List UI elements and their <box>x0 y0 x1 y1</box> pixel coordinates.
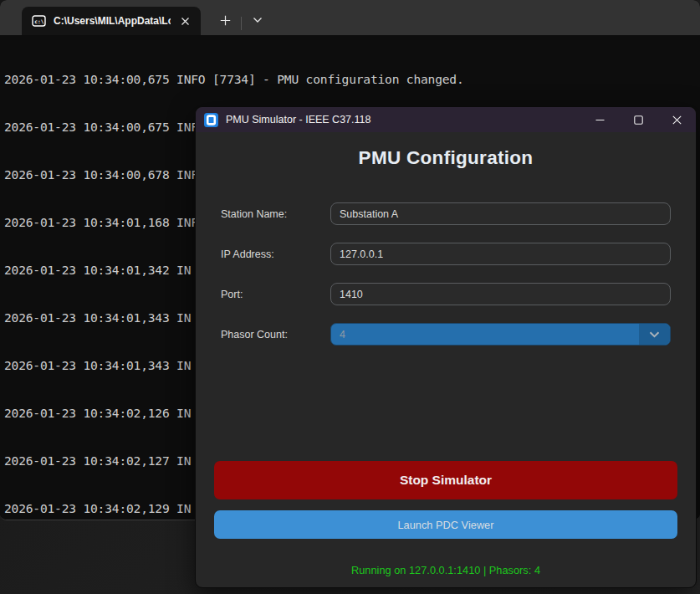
chevron-down-icon <box>649 331 660 338</box>
page-title: PMU Configuration <box>196 147 696 169</box>
svg-text:c:\: c:\ <box>34 18 43 24</box>
station-name-row: Station Name: <box>221 202 671 225</box>
phasor-count-value: 4 <box>331 324 639 345</box>
dialog-title: PMU Simulator - IEEE C37.118 <box>226 114 580 125</box>
ip-address-label: IP Address: <box>221 248 330 260</box>
new-tab-button[interactable] <box>212 8 238 33</box>
maximize-button[interactable] <box>619 107 657 132</box>
log-line: 2026-01-23 10:34:00,675 INFO [7734] - PM… <box>4 71 700 87</box>
phasor-count-label: Phasor Count: <box>221 329 330 341</box>
phasor-count-dropdown[interactable]: 4 <box>330 323 671 346</box>
port-label: Port: <box>221 289 330 300</box>
stop-simulator-button[interactable]: Stop Simulator <box>214 461 677 499</box>
dialog-titlebar[interactable]: PMU Simulator - IEEE C37.118 <box>196 107 696 132</box>
terminal-tab-title: C:\Users\MIL\AppData\Local\ <box>54 15 171 27</box>
terminal-tab-bar: c:\ C:\Users\MIL\AppData\Local\ <box>0 0 700 35</box>
tabbar-divider <box>241 17 242 30</box>
station-name-label: Station Name: <box>221 208 330 220</box>
plus-icon <box>220 15 231 26</box>
dropdown-arrow-button[interactable] <box>639 324 670 345</box>
port-row: Port: <box>221 283 671 305</box>
pmu-simulator-window: PMU Simulator - IEEE C37.118 PMU Configu… <box>195 106 697 588</box>
chevron-down-icon <box>253 17 263 23</box>
tab-dropdown-button[interactable] <box>245 8 270 33</box>
close-button[interactable] <box>657 107 696 132</box>
launch-pdc-viewer-button[interactable]: Launch PDC Viewer <box>214 510 677 539</box>
port-field[interactable] <box>330 283 671 305</box>
desktop: c:\ C:\Users\MIL\AppData\Local\ <box>0 0 700 594</box>
status-text: Running on 127.0.0.1:1410 | Phasors: 4 <box>196 564 696 576</box>
phasor-count-row: Phasor Count: 4 <box>221 323 671 346</box>
station-name-field[interactable] <box>330 202 671 225</box>
minimize-button[interactable] <box>580 107 619 132</box>
pmu-app-icon <box>204 113 218 127</box>
command-prompt-icon: c:\ <box>32 15 46 27</box>
terminal-tab[interactable]: c:\ C:\Users\MIL\AppData\Local\ <box>22 7 201 35</box>
ip-address-row: IP Address: <box>221 243 671 265</box>
ip-address-field[interactable] <box>330 243 671 265</box>
close-icon[interactable] <box>176 12 194 30</box>
